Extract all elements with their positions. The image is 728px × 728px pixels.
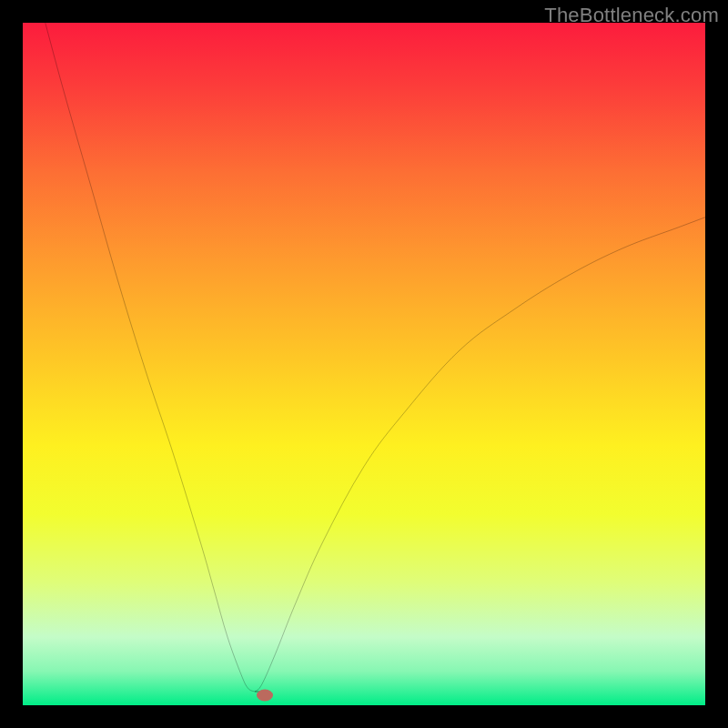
- chart-frame: TheBottleneck.com: [0, 0, 728, 728]
- curve-path: [46, 23, 705, 692]
- notch-marker: [257, 689, 273, 701]
- plot-area: [23, 23, 705, 705]
- bottleneck-curve: [23, 23, 705, 705]
